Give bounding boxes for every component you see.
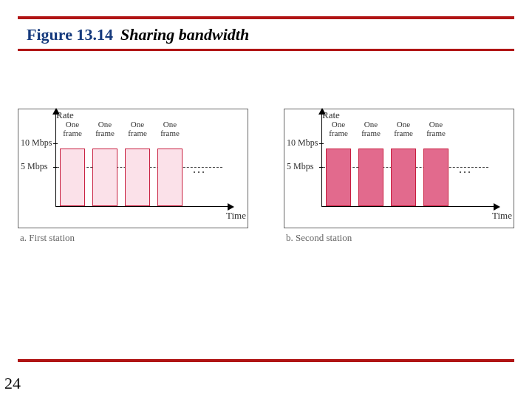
bar-label-word2: frame [95,129,115,137]
ellipsis-icon: ... [459,163,472,176]
bar-label-word2: frame [63,129,82,137]
figure-title-row: Figure 13.14 Sharing bandwidth [18,25,514,44]
chart-second-station: Rate 10 Mbps 5 Mbps One frame One frame … [284,109,514,228]
y-tick-mark-10 [53,143,58,144]
x-axis-label: Time [226,210,246,222]
bar-label-word1: One [332,120,345,129]
frame-bar [157,149,183,206]
bar-label-word1: One [66,120,79,129]
frame-bar [391,149,416,206]
bar-label: One frame [391,120,416,137]
bar-label-word1: One [429,120,443,129]
y-axis-arrow-icon [52,108,60,115]
x-axis-line [55,206,228,207]
y-axis-arrow-icon [318,108,326,115]
ellipsis-icon: ... [193,163,206,176]
figure-number: Figure 13.14 [27,25,113,44]
bar-label-word2: frame [128,129,147,137]
bar-label-word1: One [364,120,378,129]
bar-label: One frame [423,120,449,137]
bottom-rule [18,359,514,362]
under-title-rule [18,49,514,51]
bar-label-word2: frame [426,129,446,137]
bar-label: One frame [157,120,183,137]
bar-label-word1: One [98,120,112,129]
bar-label: One frame [125,120,150,137]
frame-bar [326,149,351,206]
page-number: 24 [4,374,21,393]
y-tick-10mbps: 10 Mbps [287,137,318,149]
chart-first-station: Rate 10 Mbps 5 Mbps One frame One frame … [18,109,248,228]
bar-label-word1: One [397,120,410,129]
sub-caption-a: a. First station [20,232,75,244]
x-axis-arrow-icon [494,203,500,211]
bar-label: One frame [92,120,117,137]
figure-caption: Sharing bandwidth [120,25,249,44]
bar-label: One frame [60,120,85,137]
x-axis-label: Time [492,210,512,222]
y-axis-line [55,114,56,207]
y-axis-line [321,114,322,207]
frame-bar [60,149,85,206]
bar-label-word2: frame [394,129,413,137]
x-axis-line [321,206,494,207]
frame-bar [92,149,117,206]
sub-caption-b: b. Second station [286,232,352,244]
y-tick-10mbps: 10 Mbps [21,137,52,149]
y-tick-5mbps: 5 Mbps [287,161,313,172]
bar-group [326,147,449,206]
bar-label-word2: frame [329,129,348,137]
top-rule [18,16,514,19]
bar-label-word2: frame [160,129,180,137]
bar-group [60,147,183,206]
y-tick-5mbps: 5 Mbps [21,161,47,172]
y-tick-mark-10 [319,143,324,144]
bar-label-word1: One [163,120,177,129]
frame-bar [423,149,449,206]
slide-page: Figure 13.14 Sharing bandwidth Rate 10 M… [0,0,532,399]
frame-bar [125,149,150,206]
frame-bar [358,149,383,206]
x-axis-arrow-icon [228,203,234,211]
bar-label: One frame [326,120,351,137]
bar-label-word1: One [131,120,144,129]
bar-label-word2: frame [361,129,381,137]
bar-label: One frame [358,120,383,137]
charts-row: Rate 10 Mbps 5 Mbps One frame One frame … [18,109,514,228]
